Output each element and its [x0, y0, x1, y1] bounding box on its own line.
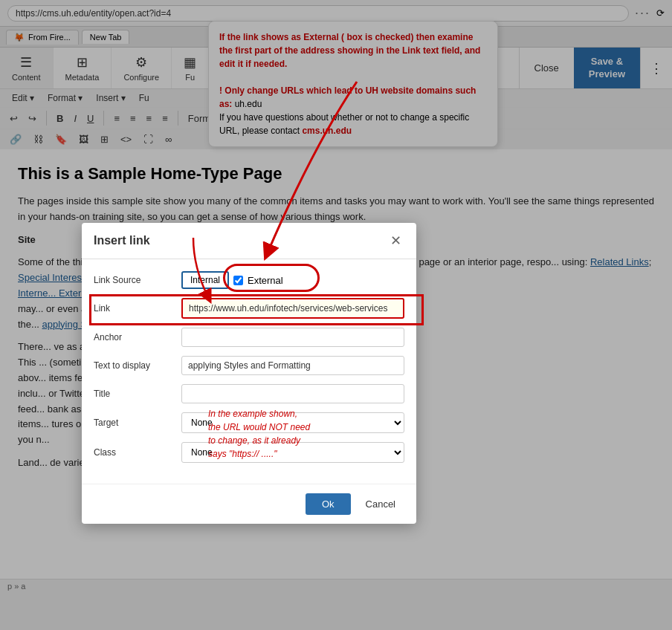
target-field-row: Target None _blank _self: [94, 412, 404, 433]
target-select[interactable]: None _blank _self: [181, 412, 404, 433]
ok-button[interactable]: Ok: [306, 493, 351, 515]
title-label: Title: [94, 389, 175, 399]
anchor-label: Anchor: [94, 332, 175, 342]
modal-header: Insert link ✕: [82, 223, 416, 259]
class-label: Class: [94, 447, 175, 458]
class-field-row: Class None: [94, 442, 404, 463]
external-checkbox[interactable]: [233, 276, 243, 285]
modal-body: Link Source Internal External Link Ancho…: [82, 259, 416, 484]
text-display-input[interactable]: [181, 356, 404, 375]
title-field-row: Title: [94, 384, 404, 403]
internal-button[interactable]: Internal: [181, 271, 229, 289]
title-input[interactable]: [181, 384, 404, 403]
link-input[interactable]: [181, 298, 404, 319]
link-source-label: Link Source: [94, 275, 175, 285]
link-source-options: Internal External: [181, 271, 283, 289]
modal-footer: Ok Cancel: [82, 484, 416, 524]
link-source-row: Link Source Internal External: [94, 271, 404, 289]
external-label: External: [248, 275, 283, 286]
cancel-button[interactable]: Cancel: [357, 493, 404, 515]
modal-title: Insert link: [94, 234, 150, 247]
text-display-label: Text to display: [94, 360, 175, 371]
insert-link-modal: Insert link ✕ Link Source Internal Exter…: [82, 223, 416, 524]
class-select[interactable]: None: [181, 442, 404, 463]
anchor-input[interactable]: [181, 328, 404, 347]
modal-close-button[interactable]: ✕: [387, 232, 404, 250]
link-label: Link: [94, 303, 175, 314]
text-display-row: Text to display: [94, 356, 404, 375]
link-field-row: Link: [94, 298, 404, 319]
target-label: Target: [94, 418, 175, 428]
anchor-field-row: Anchor: [94, 328, 404, 347]
